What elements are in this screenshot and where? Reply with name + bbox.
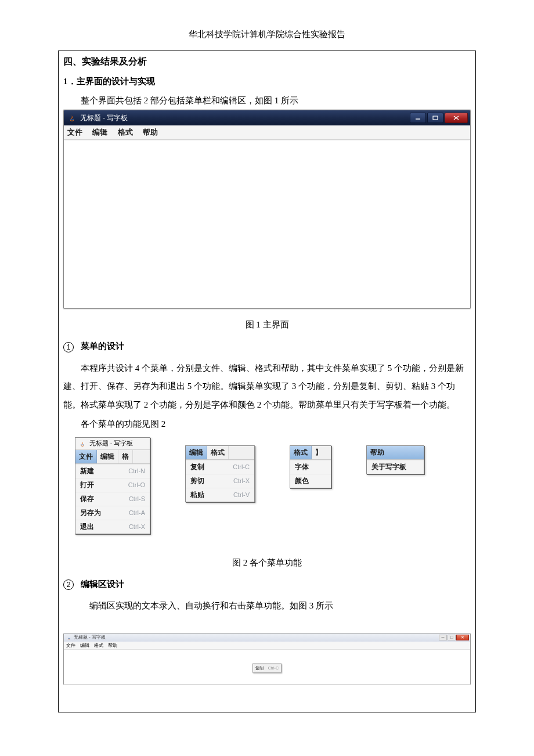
- minimize-button[interactable]: ─: [439, 635, 447, 640]
- help-menu-item-about[interactable]: 关于写字板: [367, 460, 424, 474]
- file-menu-item-open-label: 打开: [80, 480, 94, 490]
- context-menu-copy-shortcut: Ctrl-C: [268, 665, 279, 669]
- circled-2-icon: 2: [63, 579, 74, 590]
- figure-1-window-title: 无标题 - 写字板: [80, 113, 128, 123]
- heading-menu-design-label: 菜单的设计: [81, 341, 124, 351]
- file-menu-item-save[interactable]: 保存 Ctrl-S: [75, 492, 150, 506]
- edit-menu-item-copy-shortcut: Ctrl-C: [233, 463, 250, 470]
- file-menu-panel-title-text: 无标题 - 写字板: [89, 439, 133, 448]
- figure-3-menubar: 文件 编辑 格式 帮助: [64, 642, 470, 650]
- edit-menu-panel: 编辑 格式 复制 Ctrl-C 剪切 Ctrl-X 粘贴 Ctrl-V: [185, 445, 255, 502]
- paragraph-menu-design: 本程序共设计 4 个菜单，分别是文件、编辑、格式和帮助，其中文件菜单实现了 5 …: [63, 359, 471, 415]
- help-menu-tab-help[interactable]: 帮助: [367, 446, 424, 459]
- figure-1-editor-area[interactable]: [64, 140, 470, 308]
- format-menu-tab-next[interactable]: 】: [312, 446, 319, 459]
- menu-format[interactable]: 格式: [94, 643, 103, 648]
- file-menu-tabs: 文件 编辑 格: [75, 450, 150, 464]
- heading-editor-design: 2 编辑区设计: [63, 579, 471, 591]
- edit-menu-item-paste-label: 粘贴: [190, 490, 204, 500]
- edit-menu-tabs: 编辑 格式: [186, 446, 254, 460]
- edit-menu-item-paste[interactable]: 粘贴 Ctrl-V: [186, 488, 254, 502]
- menu-file[interactable]: 文件: [67, 128, 82, 136]
- figure-1-menubar: 文件 编辑 格式 帮助: [64, 125, 470, 140]
- format-menu-tab-format[interactable]: 格式: [290, 446, 312, 459]
- file-menu-panel: 无标题 - 写字板 文件 编辑 格 新建 Ctrl-N 打开 Ctrl-O 保存…: [75, 437, 150, 534]
- figure-3-titlebar: 无标题 - 写字板 ─ □ ✕: [64, 633, 470, 642]
- file-menu-item-saveas-shortcut: Ctrl-A: [129, 509, 145, 516]
- figure-1-titlebar: 无标题 - 写字板: [64, 110, 470, 125]
- menu-help[interactable]: 帮助: [143, 128, 158, 136]
- figure-3-window-title: 无标题 - 写字板: [74, 634, 106, 640]
- file-menu-item-save-label: 保存: [80, 494, 94, 504]
- menu-file[interactable]: 文件: [66, 643, 75, 648]
- menu-edit[interactable]: 编辑: [92, 128, 107, 136]
- file-menu-item-exit-shortcut: Ctrl-X: [129, 523, 145, 530]
- file-menu-tab-format[interactable]: 格: [118, 450, 133, 463]
- figure-2-menus-row: 无标题 - 写字板 文件 编辑 格 新建 Ctrl-N 打开 Ctrl-O 保存…: [75, 437, 471, 534]
- subsection-1-title: 1．主界面的设计与实现: [63, 76, 471, 87]
- page-header: 华北科技学院计算机学院综合性实验报告: [0, 0, 534, 51]
- figure-3-window: 无标题 - 写字板 ─ □ ✕ 文件 编辑 格式 帮助 复制 Ctrl-C: [63, 633, 471, 685]
- file-menu-item-saveas[interactable]: 另存为 Ctrl-A: [75, 506, 150, 520]
- intro-paragraph-1: 整个界面共包括 2 部分包括菜单栏和编辑区，如图 1 所示: [63, 95, 471, 106]
- edit-menu-item-copy-label: 复制: [190, 462, 204, 472]
- maximize-button[interactable]: □: [448, 635, 456, 640]
- java-icon: [78, 439, 87, 448]
- figure-3-editor-area[interactable]: 复制 Ctrl-C: [64, 650, 470, 685]
- file-menu-item-open-shortcut: Ctrl-O: [128, 481, 145, 488]
- figure-1-title-left: 无标题 - 写字板: [67, 113, 128, 123]
- heading-menu-design: 1 菜单的设计: [63, 341, 471, 352]
- menu-help[interactable]: 帮助: [108, 643, 117, 648]
- file-menu-item-exit[interactable]: 退出 Ctrl-X: [75, 520, 150, 534]
- section-4-title: 四、实验结果及分析: [63, 56, 471, 68]
- edit-menu-item-paste-shortcut: Ctrl-V: [233, 491, 250, 498]
- edit-menu-tab-format[interactable]: 格式: [207, 446, 229, 459]
- context-menu[interactable]: 复制 Ctrl-C: [252, 663, 282, 672]
- file-menu-tab-file[interactable]: 文件: [75, 450, 97, 463]
- format-menu-item-color[interactable]: 颜色: [290, 474, 331, 488]
- format-menu-item-font-label: 字体: [295, 462, 309, 472]
- figure-1-caption: 图 1 主界面: [63, 319, 471, 330]
- file-menu-item-exit-label: 退出: [80, 522, 94, 532]
- format-menu-item-color-label: 颜色: [295, 476, 309, 486]
- paragraph-see-fig2: 各个菜单的功能见图 2: [63, 415, 471, 434]
- menu-format[interactable]: 格式: [118, 128, 133, 136]
- file-menu-panel-title: 无标题 - 写字板: [75, 438, 150, 450]
- format-menu-tabs: 格式 】: [290, 446, 331, 460]
- figure-1-window-buttons: [410, 113, 468, 123]
- circled-1-icon: 1: [63, 342, 74, 352]
- file-menu-tab-edit[interactable]: 编辑: [97, 450, 118, 463]
- file-menu-item-saveas-label: 另存为: [80, 508, 101, 518]
- edit-menu-item-cut-label: 剪切: [190, 476, 204, 486]
- java-icon: [67, 113, 77, 123]
- help-menu-item-about-label: 关于写字板: [371, 462, 406, 472]
- edit-menu-item-copy[interactable]: 复制 Ctrl-C: [186, 460, 254, 474]
- paragraph-editor-design: 编辑区实现的文本录入、自动换行和右击菜单功能。如图 3 所示: [63, 597, 471, 615]
- java-icon: [66, 635, 72, 640]
- file-menu-item-new-shortcut: Ctrl-N: [128, 467, 145, 474]
- heading-editor-design-label: 编辑区设计: [81, 579, 124, 589]
- file-menu-item-new-label: 新建: [80, 466, 94, 476]
- edit-menu-item-cut-shortcut: Ctrl-X: [233, 477, 250, 484]
- edit-menu-item-cut[interactable]: 剪切 Ctrl-X: [186, 474, 254, 488]
- edit-menu-tab-edit[interactable]: 编辑: [186, 446, 207, 459]
- file-menu-item-open[interactable]: 打开 Ctrl-O: [75, 478, 150, 492]
- close-button[interactable]: [445, 113, 468, 123]
- minimize-button[interactable]: [410, 113, 426, 123]
- figure-3-window-buttons: ─ □ ✕: [439, 635, 469, 640]
- figure-2-caption: 图 2 各个菜单功能: [63, 557, 471, 568]
- format-menu-panel: 格式 】 字体 颜色: [290, 445, 331, 488]
- page-frame: 四、实验结果及分析 1．主界面的设计与实现 整个界面共包括 2 部分包括菜单栏和…: [58, 51, 476, 712]
- file-menu-item-new[interactable]: 新建 Ctrl-N: [75, 464, 150, 478]
- menu-edit[interactable]: 编辑: [80, 643, 89, 648]
- svg-rect-1: [433, 116, 438, 120]
- figure-1-window: 无标题 - 写字板 文件 编辑 格式 帮助: [63, 110, 471, 309]
- maximize-button[interactable]: [427, 113, 443, 123]
- help-menu-tabs: 帮助: [367, 446, 424, 460]
- help-menu-panel: 帮助 关于写字板: [366, 445, 424, 474]
- file-menu-item-save-shortcut: Ctrl-S: [129, 495, 145, 502]
- close-button[interactable]: ✕: [456, 635, 469, 640]
- context-menu-copy-label: 复制: [255, 665, 264, 670]
- format-menu-item-font[interactable]: 字体: [290, 460, 331, 474]
